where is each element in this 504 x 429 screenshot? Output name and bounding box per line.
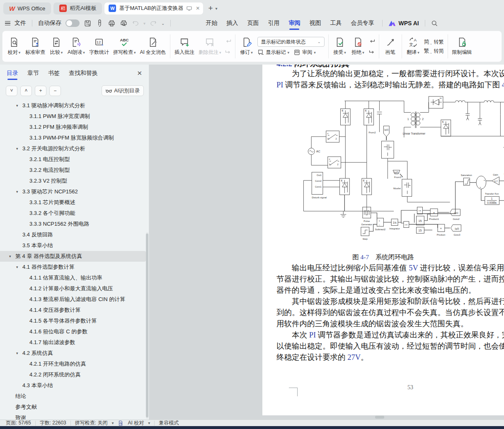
tab-document[interactable]: W 基于MATLAB的正激变换器的 ✕: [104, 2, 203, 14]
status-spellcheck[interactable]: 拼写检查: 关闭: [75, 419, 108, 427]
menu-tab-view[interactable]: 视图: [307, 18, 323, 29]
ai-read-button[interactable]: AI朗读▾: [65, 33, 87, 60]
track-changes-button[interactable]: 修订▾: [237, 33, 256, 60]
menu-tab-home[interactable]: 开始: [203, 18, 220, 29]
accept-change-button[interactable]: 接受▾: [331, 33, 349, 60]
next-change-icon[interactable]: [368, 48, 376, 54]
redo-icon[interactable]: [150, 19, 157, 27]
toc-item[interactable]: 3.3.1 芯片简要概述: [0, 197, 149, 208]
simplified-to-traditional-button[interactable]: 简→ 转繁: [424, 38, 444, 46]
new-tab-icon[interactable]: +: [208, 4, 213, 13]
toc-item[interactable]: 3.1.3 PWM-PFM 脉宽脉频综合调制: [0, 133, 149, 143]
toc-item[interactable]: 3.2.2 电流控制型: [0, 165, 149, 176]
word-count-button[interactable]: 12+ 字数统计: [87, 33, 111, 60]
toc-item[interactable]: ▾4.2 系统仿真: [0, 348, 149, 359]
sidebar-tab-contents[interactable]: 目录: [7, 70, 18, 77]
document-page[interactable]: 4.2.2 闭环系统的仿真 为了让系统的输出更加稳定，一般都需要进行闭环设计。本…: [262, 65, 504, 415]
menu-tab-review[interactable]: 审阅: [286, 18, 303, 29]
tab-docer-template[interactable]: 稻 稻壳AI模板: [53, 2, 102, 14]
collapse-arrow-icon[interactable]: ▾: [16, 265, 22, 269]
toc-item[interactable]: 3.3.2 各个引脚功能: [0, 208, 149, 219]
toc-item[interactable]: 3.5 本章小结: [0, 240, 149, 251]
show-markup-button[interactable]: 显示标记▾: [257, 49, 290, 56]
toc-item[interactable]: ▾3.2 开关电源控制方式分析: [0, 143, 149, 154]
print-icon[interactable]: [108, 19, 116, 27]
compare-button[interactable]: 比较▾: [47, 33, 65, 60]
collapse-arrow-icon[interactable]: ▾: [16, 351, 22, 355]
toc-collapse-all-button[interactable]: −: [49, 86, 61, 96]
toc-item[interactable]: ▾3.1 驱动脉冲调制方式分析: [0, 100, 149, 111]
toc-item-selected[interactable]: ▾第 4 章 器件选型及系统仿真: [0, 251, 146, 262]
search-icon[interactable]: [431, 20, 438, 27]
review-pane-button[interactable]: 审阅▾: [293, 49, 316, 56]
autosave-toggle[interactable]: [65, 19, 80, 27]
sidebar-tab-chapters[interactable]: 章节: [27, 70, 39, 77]
menu-tab-member[interactable]: 会员专享: [348, 18, 376, 29]
collapse-arrow-icon[interactable]: ▾: [16, 104, 22, 108]
sidebar-tab-bookmarks[interactable]: 书签: [48, 70, 60, 77]
toc-item[interactable]: 3.1.1 PWM 脉冲宽度调制: [0, 111, 149, 122]
toc-item[interactable]: 3.4 反馈回路: [0, 229, 149, 240]
toc-item[interactable]: 4.1.2 计算最小和最大直流输入电压: [0, 283, 149, 294]
toc-item[interactable]: 4.2.1 开环主电路的仿真: [0, 359, 149, 369]
menu-tab-insert[interactable]: 插入: [224, 18, 240, 29]
toc-item[interactable]: 4.1.6 箝位电容 C 的参数: [0, 326, 149, 337]
toc-expand-down-button[interactable]: ˅: [6, 86, 17, 96]
status-word-count[interactable]: 字数: 22603: [40, 419, 66, 427]
traditional-to-simplified-button[interactable]: 繁→ 转简: [424, 47, 444, 55]
tab-wps-office[interactable]: W WPS Office: [3, 2, 51, 14]
delete-comment-button[interactable]: 删除批注▾: [196, 33, 223, 60]
markup-state-dropdown[interactable]: 显示标记的最终状态⌄: [257, 37, 325, 47]
status-compat-mode[interactable]: 兼容模式: [159, 419, 179, 427]
sidebar-tab-find-replace[interactable]: 查找和替换: [69, 70, 98, 77]
ai-polish-button[interactable]: AI 全文润色: [138, 33, 168, 60]
proofread-button[interactable]: 校对▾: [5, 33, 23, 60]
wps-ai-button[interactable]: WPS AI: [388, 20, 419, 27]
undo-icon[interactable]: [132, 19, 139, 27]
toc-item[interactable]: ▾4.1 器件选型参数计算: [0, 262, 149, 272]
spell-check-button[interactable]: ABC 拼写检查▾: [111, 33, 138, 60]
tab-list-chevron-icon[interactable]: ▾: [216, 6, 218, 11]
status-ai-proofread[interactable]: AI 校对: [128, 419, 144, 427]
previous-change-icon[interactable]: [368, 39, 376, 45]
ink-pen-button[interactable]: 画笔: [381, 33, 400, 60]
menu-file[interactable]: 文件: [15, 19, 26, 27]
menu-tab-reference[interactable]: 引用: [265, 18, 282, 29]
detach-window-icon[interactable]: [187, 6, 192, 11]
horizontal-scrollbar-thumb[interactable]: [375, 416, 384, 419]
insert-comment-button[interactable]: 插入批注: [172, 33, 196, 60]
status-page-indicator[interactable]: 页面: 57/65: [6, 419, 31, 427]
print-preview-icon[interactable]: [120, 19, 128, 27]
translate-button[interactable]: A文 翻译▾: [404, 33, 422, 60]
toc-item[interactable]: 3.2.3 V2 控制型: [0, 176, 149, 186]
toc-item[interactable]: 4.1.3 整流桥后输入滤波电容 CIN 的计算: [0, 294, 149, 305]
toc-collapse-up-button[interactable]: ˄: [20, 86, 32, 96]
menu-tab-tools[interactable]: 工具: [327, 18, 344, 29]
undo-chevron-icon[interactable]: ▾: [143, 21, 145, 26]
collapse-arrow-icon[interactable]: ▾: [16, 147, 22, 151]
toc-item[interactable]: 4.2.2 闭环系统的仿真: [0, 369, 149, 380]
next-comment-icon[interactable]: [225, 48, 232, 54]
toc-item[interactable]: 4.1.7 输出滤波参数: [0, 337, 149, 348]
sidebar-close-icon[interactable]: ✕: [137, 70, 142, 77]
spellcheck-chevron-icon[interactable]: ▾: [111, 421, 114, 425]
more-commands-chevron-icon[interactable]: ⌄: [161, 21, 165, 26]
toc-item[interactable]: ▾3.3 驱动芯片 NCP1562: [0, 186, 149, 197]
toc-item[interactable]: 4.3 本章小结: [0, 380, 149, 391]
menu-tab-page[interactable]: 页面: [245, 18, 261, 29]
collapse-arrow-icon[interactable]: ▾: [16, 190, 22, 194]
toc-item[interactable]: 4.1.4 变压器参数计算: [0, 305, 149, 316]
toc-item[interactable]: 4.1.5 各半导体器件参数计算: [0, 316, 149, 326]
standard-review-button[interactable]: 标准审查: [23, 33, 47, 60]
previous-comment-icon[interactable]: [225, 39, 232, 45]
restrict-editing-button[interactable]: 限制编辑: [450, 33, 474, 60]
sidebar-scrollbar-thumb[interactable]: [146, 234, 148, 417]
toc-item[interactable]: 3.3.3 NCP1562 外围电路: [0, 219, 149, 229]
toc-item[interactable]: 3.1.2 PFM 脉冲频率调制: [0, 122, 149, 133]
close-tab-icon[interactable]: ✕: [196, 5, 200, 11]
toc-expand-all-button[interactable]: +: [35, 86, 46, 96]
toc-item[interactable]: 4.1.1 估算直流输入、输出功率: [0, 272, 149, 283]
ai-recognize-toc-button[interactable]: AI识别目录: [102, 85, 144, 96]
export-pdf-icon[interactable]: [96, 19, 104, 27]
save-icon[interactable]: [84, 19, 92, 27]
